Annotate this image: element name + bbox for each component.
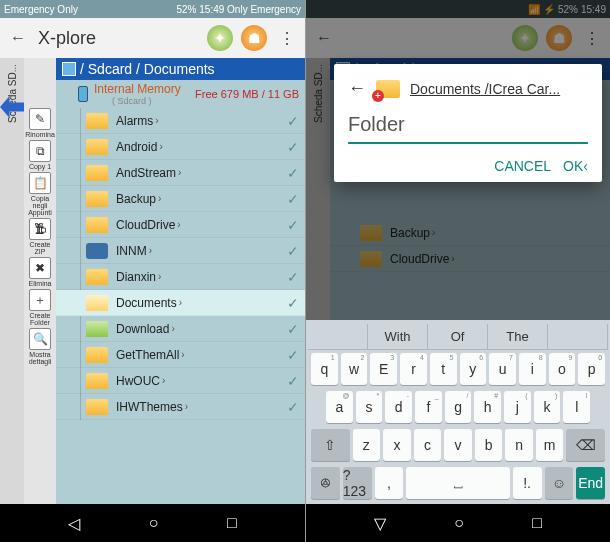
key-l[interactable]: ll: [563, 391, 590, 423]
key-m[interactable]: m: [536, 429, 564, 461]
key-symbols[interactable]: ?123: [343, 467, 372, 499]
suggestion[interactable]: [548, 324, 608, 349]
key-backspace[interactable]: ⌫: [566, 429, 605, 461]
folder-row[interactable]: Download›✓: [56, 316, 305, 342]
check-icon[interactable]: ✓: [287, 295, 299, 311]
side-tab[interactable]: Scheda SD...: [0, 58, 24, 542]
key-q[interactable]: 1q: [311, 353, 338, 385]
suggestion[interactable]: [308, 324, 368, 349]
suggestion[interactable]: With: [368, 324, 428, 349]
key-comma[interactable]: ,: [375, 467, 404, 499]
storage-row[interactable]: Internal Memory ( Sdcard ) Free 679 MB /…: [56, 80, 305, 108]
folder-row[interactable]: Alarms›✓: [56, 108, 305, 134]
key-s[interactable]: *s: [356, 391, 383, 423]
folder-row[interactable]: Documents›✓: [56, 290, 305, 316]
key-voice[interactable]: ꔮ: [311, 467, 340, 499]
folder-icon: [86, 139, 108, 155]
folder-row[interactable]: GetThemAll›✓: [56, 342, 305, 368]
folder-icon: [86, 321, 108, 337]
rail-create-zip[interactable]: 🗜Create ZIP: [25, 218, 55, 255]
rail-elimina[interactable]: ✖Elimina: [25, 257, 55, 287]
key-E[interactable]: 3E: [370, 353, 397, 385]
back-icon[interactable]: ←: [6, 26, 30, 50]
check-icon[interactable]: ✓: [287, 373, 299, 389]
check-icon[interactable]: ✓: [287, 139, 299, 155]
rail-create-folder[interactable]: ＋Create Folder: [25, 289, 55, 326]
key-shift[interactable]: ⇧: [311, 429, 350, 461]
key-j[interactable]: (j: [504, 391, 531, 423]
file-tree[interactable]: / Sdcard / Documents Internal Memory ( S…: [56, 58, 305, 542]
folder-row[interactable]: CloudDrive›✓: [56, 212, 305, 238]
folder-row[interactable]: Android›✓: [56, 134, 305, 160]
folder-row[interactable]: INNM›✓: [56, 238, 305, 264]
suggestion[interactable]: Of: [428, 324, 488, 349]
soft-keyboard[interactable]: WithOfThe 1q2w3E4r5t6y7u8i9o0p @a*s-d_f/…: [306, 320, 610, 504]
key-k[interactable]: )k: [534, 391, 561, 423]
key-o[interactable]: 9o: [549, 353, 576, 385]
key-x[interactable]: x: [383, 429, 411, 461]
key-t[interactable]: 5t: [430, 353, 457, 385]
new-folder-icon: [376, 80, 400, 98]
key-z[interactable]: z: [353, 429, 381, 461]
key-emoji[interactable]: ☺: [545, 467, 574, 499]
nav-home-icon[interactable]: ○: [454, 514, 464, 532]
check-icon[interactable]: ✓: [287, 191, 299, 207]
key-a[interactable]: @a: [326, 391, 353, 423]
check-icon[interactable]: ✓: [287, 243, 299, 259]
folder-row[interactable]: Dianxin›✓: [56, 264, 305, 290]
key-r[interactable]: 4r: [400, 353, 427, 385]
key-b[interactable]: b: [475, 429, 503, 461]
storage-free: Free 679 MB / 11 GB: [195, 88, 299, 100]
folder-row[interactable]: Backup›✓: [56, 186, 305, 212]
dialog-back-icon[interactable]: ←: [348, 78, 366, 99]
key-p[interactable]: 0p: [578, 353, 605, 385]
check-icon[interactable]: ✓: [287, 165, 299, 181]
check-icon[interactable]: ✓: [287, 269, 299, 285]
folder-name-input[interactable]: [348, 109, 588, 144]
rail-icon: ＋: [29, 289, 51, 311]
rail-mostra-dettagli[interactable]: 🔍Mostra dettagli: [25, 328, 55, 365]
bookmark-icon[interactable]: ☗: [241, 25, 267, 51]
key-y[interactable]: 6y: [460, 353, 487, 385]
key-period[interactable]: !.: [513, 467, 542, 499]
path-bar[interactable]: / Sdcard / Documents: [56, 58, 305, 80]
donate-icon[interactable]: ✦: [207, 25, 233, 51]
suggestion[interactable]: The: [488, 324, 548, 349]
folder-row[interactable]: HwOUC›✓: [56, 368, 305, 394]
nav-hide-keyboard-icon[interactable]: ▽: [374, 514, 386, 533]
check-icon[interactable]: ✓: [287, 113, 299, 129]
key-u[interactable]: 7u: [489, 353, 516, 385]
nav-recent-icon[interactable]: □: [532, 514, 542, 532]
nav-home-icon[interactable]: ○: [149, 514, 159, 532]
folder-row[interactable]: AndStream›✓: [56, 160, 305, 186]
key-h[interactable]: #h: [474, 391, 501, 423]
key-n[interactable]: n: [505, 429, 533, 461]
key-g[interactable]: /g: [445, 391, 472, 423]
ok-button[interactable]: OK‹: [563, 158, 588, 174]
nav-back-icon[interactable]: ◁: [68, 514, 80, 533]
folder-icon: [86, 191, 108, 207]
storage-name: Internal Memory: [94, 82, 181, 96]
check-icon[interactable]: ✓: [287, 347, 299, 363]
nav-recent-icon[interactable]: □: [227, 514, 237, 532]
folder-row[interactable]: IHWThemes›✓: [56, 394, 305, 420]
check-icon[interactable]: ✓: [287, 399, 299, 415]
dialog-path: Documents /ICrea Car...: [410, 81, 588, 97]
key-w[interactable]: 2w: [341, 353, 368, 385]
check-icon[interactable]: ✓: [287, 217, 299, 233]
key-f[interactable]: _f: [415, 391, 442, 423]
chevron-right-icon: ›: [159, 141, 162, 152]
suggestion-bar[interactable]: WithOfThe: [308, 324, 608, 350]
key-c[interactable]: c: [414, 429, 442, 461]
key-d[interactable]: -d: [385, 391, 412, 423]
check-icon[interactable]: ✓: [287, 321, 299, 337]
cancel-button[interactable]: CANCEL: [494, 158, 551, 174]
overflow-icon[interactable]: ⋮: [275, 26, 299, 50]
key-space[interactable]: ⎵: [406, 467, 510, 499]
rail-copy-1[interactable]: ⧉Copy 1: [25, 140, 55, 170]
rail-copia-negli-appunti[interactable]: 📋Copia negli Appunti: [25, 172, 55, 216]
key-v[interactable]: v: [444, 429, 472, 461]
rail-rinomina[interactable]: ✎Rinomina: [25, 108, 55, 138]
key-enter[interactable]: End: [576, 467, 605, 499]
key-i[interactable]: 8i: [519, 353, 546, 385]
